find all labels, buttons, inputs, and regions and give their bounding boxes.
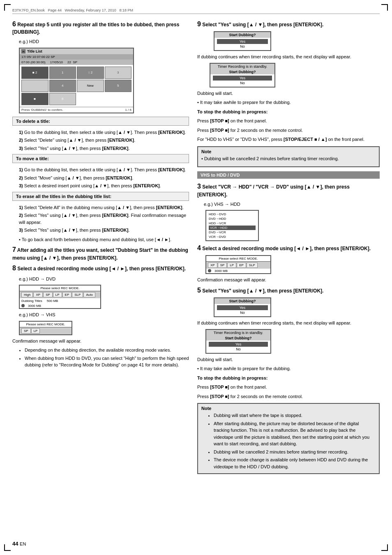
- start-dub-options-2: Yes No: [214, 304, 270, 316]
- step7-num: 7: [12, 246, 16, 253]
- header-file: E3TK7FD_EN.book: [12, 8, 45, 12]
- step6-num: 6: [12, 21, 16, 28]
- step9-stop3: For "HDD to VHS" or "DVD to VHS", press …: [197, 136, 380, 143]
- rec-opt-ep: EP: [62, 292, 72, 297]
- timer-title-1: Timer Recording is in standby.: [210, 64, 274, 69]
- step3r-heading: 3 Select "VCR → HDD" / "VCR → DVD" using…: [197, 182, 380, 198]
- rec-mode-info-1: Dubbing Titles 500 MB: [20, 298, 100, 304]
- step8-bullet-1: Depending on the dubbing direction, the …: [25, 347, 189, 354]
- start-dub-box-1: Start Dubbing? Yes No: [214, 31, 271, 51]
- corner-decoration-br: [381, 544, 388, 551]
- rec-opt-auto: Auto: [83, 292, 95, 297]
- step6-example: e.g.) HDD: [19, 38, 189, 45]
- footer-left-text: Press 'DUBBING' to confirm.: [21, 108, 63, 112]
- rec-mode-box-r: Please select REC MODE. XP SP LP EP SLP …: [205, 255, 271, 274]
- delete-step-3: Select "Yes" using [▲ / ▼], then press […: [19, 145, 189, 152]
- step8-ex1: e.g.) HDD → DVD: [19, 276, 189, 283]
- to-delete-box: To delete a title:: [12, 117, 189, 126]
- erase-step-2: Select "Yes" using [▲ / ▼], then press […: [19, 212, 189, 226]
- rec-mode-options-2: SP LP: [20, 327, 71, 334]
- row1-info: 17/ 05/ 10 07:00 22 SP: [21, 55, 55, 59]
- timer-no-1: No: [240, 81, 245, 85]
- dir-opt-hdd-vcr: HDD→VCR: [209, 221, 256, 226]
- move-steps: Go to the dubbing list, then select a ti…: [19, 166, 189, 189]
- to-erase-box: To erase all the titles in the dubbing t…: [12, 192, 189, 201]
- rec-opt-sp: SP: [43, 292, 53, 297]
- start-dub-no-2: No: [240, 310, 245, 315]
- start-dub-yes-1: Yes: [217, 39, 268, 44]
- header-page: Page 44: [48, 8, 62, 12]
- title-list-row1: 17/ 05/ 10 07:00 22 SP: [20, 54, 133, 60]
- dir-opt-dvd-vcr: DVD→VCR: [209, 230, 256, 235]
- timer-yes-2: Yes: [209, 342, 268, 347]
- total-size: 3000 MB: [28, 304, 41, 308]
- page: E3TK7FD_EN.book Page 44 Wednesday, Febru…: [0, 0, 392, 555]
- title-list-footer: Press 'DUBBING' to confirm. 1 / 6: [20, 107, 133, 113]
- right-column: 9 Select "Yes" using [▲ / ▼], then press…: [197, 20, 380, 477]
- rec-mode-info-row-r: 3000 MB: [206, 269, 270, 273]
- total-size-r: 3000 MB: [214, 269, 228, 273]
- rec-mode-options-1: High XP SP LP EP SLP Auto: [20, 291, 100, 298]
- title-list-header: H Title List: [20, 48, 133, 54]
- step3r-example: e.g.) VHS → HDD: [204, 201, 380, 208]
- grid-item-9: 6: [49, 93, 76, 105]
- header: E3TK7FD_EN.book Page 44 Wednesday, Febru…: [12, 8, 380, 14]
- step5r-body1: If dubbing continues when timer recordin…: [197, 320, 380, 327]
- move-step-2: Select "Move" using [▲ / ▼], then press …: [19, 175, 189, 182]
- timer-box-2: Timer Recording is in standby. Start Dub…: [205, 329, 271, 354]
- rec-opt-high: High: [21, 292, 33, 297]
- to-move-box: To move a title:: [12, 154, 189, 163]
- start-dub-title-1: Start Dubbing?: [214, 32, 270, 38]
- step9-stop1: Press [STOP ■] on the front panel.: [197, 117, 380, 124]
- dir-opt-vcr-hdd: VCR→HDD: [209, 226, 256, 230]
- start-dub-yes-2: Yes: [217, 305, 268, 310]
- page-number: 44 EN: [12, 541, 26, 547]
- step4r-confirm: Confirmation message will appear.: [197, 276, 380, 283]
- step5r-heading: 5 Select "Yes" using [▲ / ▼], then press…: [197, 286, 380, 295]
- dir-opt-hdd-dvd: HDD→DVD: [209, 212, 256, 216]
- step3r-text: Select "VCR → HDD" / "VCR → DVD" using […: [197, 184, 350, 197]
- step5r-stop2: Press [STOP ■] for 2 seconds on the remo…: [197, 393, 380, 400]
- title-list-box: H Title List 17/ 05/ 10 07:00 22 SP 07:0…: [19, 48, 134, 113]
- erase-step-1: Select "Delete All" in the dubbing menu …: [19, 204, 189, 211]
- step9-dub-start: Dubbing will start.: [197, 90, 380, 97]
- erase-note: • To go back and forth between dubbing m…: [19, 236, 189, 243]
- step9-text: Select "Yes" using [▲ / ▼], then press […: [202, 22, 323, 28]
- grid-item-2: 1: [49, 67, 76, 79]
- vhs-bar-label: VHS to HDD / DVD: [201, 173, 240, 177]
- to-move-title: To move a title:: [16, 156, 49, 161]
- timer-options-2: Yes No: [206, 341, 270, 353]
- hdd-icon: H: [21, 49, 25, 53]
- rec-opt-r-lp: LP: [227, 263, 236, 268]
- grid-item-new: New: [77, 80, 104, 92]
- rec-opt-r-ep: EP: [237, 263, 246, 268]
- grid-item-5: [21, 80, 48, 92]
- step3r-num: 3: [197, 183, 201, 190]
- dub-bar-icon-r: [208, 269, 211, 272]
- row2-info: 07:00 (00:30:00) 17/05/10 22 SP: [21, 60, 77, 64]
- step4r-text: Select a desired recording mode using [◄…: [202, 246, 371, 251]
- note-bullet-1: • Dubbing will be cancelled 2 minutes be…: [201, 155, 376, 162]
- step8-text: Select a desired recording mode using [◄…: [17, 266, 186, 272]
- step8-ex2: e.g.) HDD → VHS: [19, 311, 189, 318]
- start-dub-no-1: No: [240, 44, 245, 49]
- corner-decoration-tr: [381, 4, 388, 11]
- move-step-1: Go to the dubbing list, then select a ti…: [19, 166, 189, 173]
- step7-heading: 7 After adding all the titles you want, …: [12, 245, 189, 261]
- header-day: Wednesday, February 17, 2010: [65, 8, 116, 12]
- rec-opt-lp2: LP: [31, 328, 40, 334]
- delete-step-2: Select "Delete" using [▲ / ▼], then pres…: [19, 137, 189, 144]
- step6-text: Repeat step 5 until you register all the…: [12, 22, 179, 35]
- rec-mode-title-r: Please select REC MODE.: [206, 256, 270, 262]
- step9-stop2: Press [STOP ■] for 2 seconds on the remo…: [197, 127, 380, 134]
- dir-opt-dvd-hdd: DVD→HDD: [209, 216, 256, 221]
- start-dub-title-2: Start Dubbing?: [214, 298, 270, 304]
- header-time: 8:18 PM: [119, 8, 133, 12]
- rec-mode-box-hdd-dvd: Please select REC MODE. High XP SP LP EP…: [19, 285, 101, 309]
- step8-bullets: Depending on the dubbing direction, the …: [19, 347, 189, 368]
- page-num-lang: EN: [20, 541, 26, 546]
- title-list-row2: 07:00 (00:30:00) 17/05/10 22 SP: [20, 60, 133, 65]
- rec-opt-r-slp: SLP: [247, 263, 258, 268]
- rec-opt-sp2: SP: [21, 328, 31, 334]
- footer-right-text: 1 / 6: [125, 108, 131, 112]
